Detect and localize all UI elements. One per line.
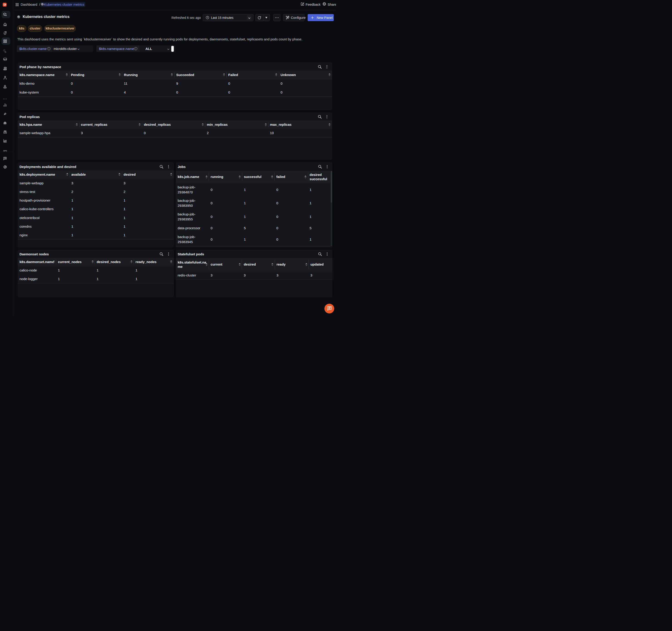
svg-text:8: 8 <box>42 3 43 4</box>
svg-text:8: 8 <box>18 16 19 17</box>
